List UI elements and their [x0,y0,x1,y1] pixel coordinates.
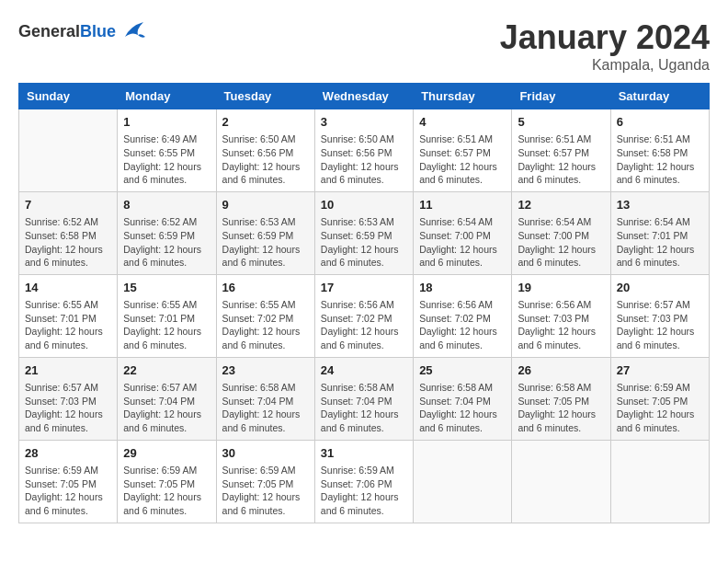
calendar-day-cell: 1Sunrise: 6:49 AMSunset: 6:55 PMDaylight… [118,109,216,192]
calendar-day-cell: 14Sunrise: 6:55 AMSunset: 7:01 PMDayligh… [19,274,118,357]
day-number: 26 [518,362,604,379]
day-info: Sunrise: 6:51 AMSunset: 6:57 PMDaylight:… [518,133,596,185]
day-number: 23 [222,362,309,379]
calendar-day-cell: 9Sunrise: 6:53 AMSunset: 6:59 PMDaylight… [216,191,314,274]
day-number: 9 [222,197,309,213]
calendar-day-cell: 28Sunrise: 6:59 AMSunset: 7:05 PMDayligh… [19,440,118,523]
day-number: 27 [617,362,703,379]
day-number: 29 [123,445,210,462]
day-info: Sunrise: 6:58 AMSunset: 7:05 PMDaylight:… [518,382,596,433]
day-number: 1 [123,114,210,131]
calendar-week-row: 14Sunrise: 6:55 AMSunset: 7:01 PMDayligh… [19,274,710,357]
calendar-week-row: 1Sunrise: 6:49 AMSunset: 6:55 PMDaylight… [19,109,710,192]
calendar-day-cell: 2Sunrise: 6:50 AMSunset: 6:56 PMDaylight… [216,109,314,192]
calendar-header-friday: Friday [512,84,610,109]
day-info: Sunrise: 6:50 AMSunset: 6:56 PMDaylight:… [222,133,301,185]
calendar-day-cell: 7Sunrise: 6:52 AMSunset: 6:58 PMDaylight… [19,191,118,274]
calendar-day-cell: 10Sunrise: 6:53 AMSunset: 6:59 PMDayligh… [314,191,413,274]
day-number: 15 [123,280,210,296]
calendar-day-cell: 20Sunrise: 6:57 AMSunset: 7:03 PMDayligh… [610,274,709,357]
day-info: Sunrise: 6:59 AMSunset: 7:05 PMDaylight:… [222,465,301,516]
calendar-day-cell: 27Sunrise: 6:59 AMSunset: 7:05 PMDayligh… [610,357,709,440]
day-info: Sunrise: 6:52 AMSunset: 6:59 PMDaylight:… [123,216,201,268]
calendar-day-cell: 26Sunrise: 6:58 AMSunset: 7:05 PMDayligh… [512,357,610,440]
day-number: 25 [419,362,506,379]
day-number: 12 [518,197,604,213]
calendar-day-cell: 12Sunrise: 6:54 AMSunset: 7:00 PMDayligh… [512,191,610,274]
day-number: 10 [321,197,407,213]
calendar-day-cell: 30Sunrise: 6:59 AMSunset: 7:05 PMDayligh… [216,440,314,523]
day-number: 18 [419,280,506,296]
calendar-day-cell: 25Sunrise: 6:58 AMSunset: 7:04 PMDayligh… [414,357,512,440]
day-number: 3 [321,114,407,131]
day-info: Sunrise: 6:53 AMSunset: 6:59 PMDaylight:… [321,216,399,268]
day-info: Sunrise: 6:57 AMSunset: 7:04 PMDaylight:… [123,382,201,433]
calendar-week-row: 28Sunrise: 6:59 AMSunset: 7:05 PMDayligh… [19,440,710,523]
day-info: Sunrise: 6:52 AMSunset: 6:58 PMDaylight:… [25,216,103,268]
day-info: Sunrise: 6:56 AMSunset: 7:02 PMDaylight:… [419,299,497,350]
month-title: January 2024 [500,18,710,57]
calendar-day-cell: 16Sunrise: 6:55 AMSunset: 7:02 PMDayligh… [216,274,314,357]
day-info: Sunrise: 6:59 AMSunset: 7:05 PMDaylight:… [25,465,103,516]
day-info: Sunrise: 6:51 AMSunset: 6:57 PMDaylight:… [419,133,497,185]
calendar-table: SundayMondayTuesdayWednesdayThursdayFrid… [18,83,710,523]
day-info: Sunrise: 6:55 AMSunset: 7:01 PMDaylight:… [123,299,201,350]
day-number: 17 [321,280,407,296]
calendar-day-cell: 8Sunrise: 6:52 AMSunset: 6:59 PMDaylight… [118,191,216,274]
calendar-day-cell: 29Sunrise: 6:59 AMSunset: 7:05 PMDayligh… [118,440,216,523]
day-info: Sunrise: 6:57 AMSunset: 7:03 PMDaylight:… [25,382,103,433]
calendar-day-cell: 21Sunrise: 6:57 AMSunset: 7:03 PMDayligh… [19,357,118,440]
logo: GeneralBlue [18,18,147,44]
day-info: Sunrise: 6:54 AMSunset: 7:00 PMDaylight:… [419,216,497,268]
calendar-header-row: SundayMondayTuesdayWednesdayThursdayFrid… [19,84,710,109]
calendar-header-saturday: Saturday [610,84,709,109]
day-number: 31 [321,445,407,462]
calendar-header-wednesday: Wednesday [314,84,413,109]
calendar-day-cell: 18Sunrise: 6:56 AMSunset: 7:02 PMDayligh… [414,274,512,357]
calendar-day-cell [610,440,709,523]
calendar-day-cell [414,440,512,523]
calendar-header-monday: Monday [118,84,216,109]
day-info: Sunrise: 6:58 AMSunset: 7:04 PMDaylight:… [321,382,399,433]
calendar-week-row: 7Sunrise: 6:52 AMSunset: 6:58 PMDaylight… [19,191,710,274]
calendar-header-tuesday: Tuesday [216,84,314,109]
day-info: Sunrise: 6:58 AMSunset: 7:04 PMDaylight:… [419,382,497,433]
calendar-day-cell: 6Sunrise: 6:51 AMSunset: 6:58 PMDaylight… [610,109,709,192]
calendar-day-cell: 13Sunrise: 6:54 AMSunset: 7:01 PMDayligh… [610,191,709,274]
day-info: Sunrise: 6:49 AMSunset: 6:55 PMDaylight:… [123,133,201,185]
day-number: 11 [419,197,506,213]
day-info: Sunrise: 6:56 AMSunset: 7:03 PMDaylight:… [518,299,596,350]
calendar-day-cell: 19Sunrise: 6:56 AMSunset: 7:03 PMDayligh… [512,274,610,357]
day-number: 4 [419,114,506,131]
day-info: Sunrise: 6:54 AMSunset: 7:01 PMDaylight:… [617,216,695,268]
day-number: 21 [25,362,111,379]
day-number: 14 [25,280,111,296]
calendar-day-cell: 5Sunrise: 6:51 AMSunset: 6:57 PMDaylight… [512,109,610,192]
day-info: Sunrise: 6:57 AMSunset: 7:03 PMDaylight:… [617,299,695,350]
day-info: Sunrise: 6:59 AMSunset: 7:06 PMDaylight:… [321,465,399,516]
calendar-day-cell [512,440,610,523]
day-info: Sunrise: 6:59 AMSunset: 7:05 PMDaylight:… [123,465,201,516]
day-number: 13 [617,197,703,213]
day-info: Sunrise: 6:59 AMSunset: 7:05 PMDaylight:… [617,382,695,433]
calendar-day-cell: 3Sunrise: 6:50 AMSunset: 6:56 PMDaylight… [314,109,413,192]
title-block: January 2024 Kampala, Uganda [500,18,710,74]
day-info: Sunrise: 6:54 AMSunset: 7:00 PMDaylight:… [518,216,596,268]
day-number: 24 [321,362,407,379]
day-number: 22 [123,362,210,379]
calendar-header-sunday: Sunday [19,84,118,109]
day-number: 16 [222,280,309,296]
location-subtitle: Kampala, Uganda [500,57,710,74]
calendar-day-cell: 23Sunrise: 6:58 AMSunset: 7:04 PMDayligh… [216,357,314,440]
calendar-day-cell: 22Sunrise: 6:57 AMSunset: 7:04 PMDayligh… [118,357,216,440]
day-info: Sunrise: 6:50 AMSunset: 6:56 PMDaylight:… [321,133,399,185]
calendar-week-row: 21Sunrise: 6:57 AMSunset: 7:03 PMDayligh… [19,357,710,440]
logo-text: GeneralBlue [18,22,116,41]
calendar-day-cell: 15Sunrise: 6:55 AMSunset: 7:01 PMDayligh… [118,274,216,357]
day-number: 2 [222,114,309,131]
calendar-header-thursday: Thursday [414,84,512,109]
calendar-day-cell: 31Sunrise: 6:59 AMSunset: 7:06 PMDayligh… [314,440,413,523]
day-info: Sunrise: 6:56 AMSunset: 7:02 PMDaylight:… [321,299,399,350]
calendar-day-cell: 17Sunrise: 6:56 AMSunset: 7:02 PMDayligh… [314,274,413,357]
day-info: Sunrise: 6:53 AMSunset: 6:59 PMDaylight:… [222,216,301,268]
